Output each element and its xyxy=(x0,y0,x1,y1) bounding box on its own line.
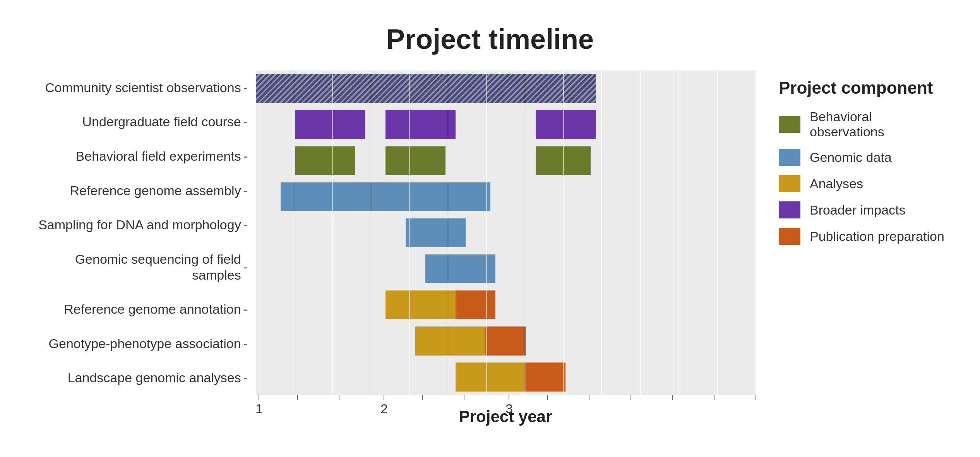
x-tick: 2 xyxy=(380,395,388,416)
bar-row xyxy=(255,251,756,287)
grid-line xyxy=(332,70,333,395)
bar-segment xyxy=(485,326,525,355)
grid-line xyxy=(563,70,564,395)
legend-swatch xyxy=(779,116,800,133)
y-label: Undergraduate field course xyxy=(31,114,248,130)
grid-line xyxy=(601,70,602,395)
x-tick-line xyxy=(422,395,423,400)
x-tick-line xyxy=(672,395,673,400)
chart-title: Project timeline xyxy=(386,23,594,55)
bars-wrapper xyxy=(255,70,756,395)
bar-segment xyxy=(281,182,491,211)
grid-line xyxy=(486,70,487,395)
legend-items: Behavioral observationsGenomic dataAnaly… xyxy=(779,109,949,254)
y-label: Behavioral field experiments xyxy=(31,148,248,164)
legend-item: Broader impacts xyxy=(779,201,949,218)
y-label: Genotype-phenotype association xyxy=(31,336,248,352)
x-tick xyxy=(589,395,589,400)
legend-label: Genomic data xyxy=(810,150,892,165)
legend-title: Project component xyxy=(779,78,949,98)
x-tick-line xyxy=(714,395,714,400)
x-tick-line xyxy=(756,395,756,400)
grid-line xyxy=(756,70,756,395)
x-tick xyxy=(422,395,423,400)
bar-segment xyxy=(385,110,456,139)
grid-background xyxy=(255,70,756,395)
bar-row xyxy=(255,179,756,215)
grid-line xyxy=(678,70,679,395)
legend-swatch xyxy=(779,149,800,166)
bar-segment xyxy=(536,110,596,139)
bar-segment xyxy=(385,146,445,175)
plot-area: 123 Project year xyxy=(255,70,756,426)
x-tick: 1 xyxy=(255,395,263,416)
chart-container: Project timeline Community scientist obs… xyxy=(0,0,980,457)
x-tick-line xyxy=(297,395,298,400)
bar-segment xyxy=(295,110,365,139)
legend-swatch xyxy=(779,201,800,218)
legend-label: Behavioral observations xyxy=(810,109,949,139)
grid-line xyxy=(717,70,718,395)
bar-segment xyxy=(456,290,495,319)
y-label: Landscape genomic analyses xyxy=(31,370,248,386)
legend-swatch xyxy=(779,228,800,245)
bar-segment xyxy=(415,326,485,355)
x-tick xyxy=(630,395,631,400)
grid-line xyxy=(371,70,371,395)
legend-item: Genomic data xyxy=(779,149,949,166)
grid-line xyxy=(294,70,294,395)
bar-row xyxy=(255,215,756,251)
y-label: Community scientist observations xyxy=(31,80,248,96)
x-ticks: 123 xyxy=(255,395,756,401)
bar-segment xyxy=(295,146,355,175)
x-axis: 123 Project year xyxy=(255,395,756,426)
bar-row xyxy=(255,107,756,143)
bar-segment xyxy=(526,363,565,391)
y-label: Sampling for DNA and morphology xyxy=(31,217,248,233)
x-tick-line xyxy=(384,395,384,400)
grid-line xyxy=(525,70,525,395)
bar-row xyxy=(255,287,756,323)
x-tick-line xyxy=(589,395,589,400)
chart-body: Community scientist observationsUndergra… xyxy=(31,70,949,426)
bar-segment xyxy=(406,218,466,247)
grid-line xyxy=(448,70,448,395)
x-tick xyxy=(464,395,464,400)
y-label: Reference genome annotation xyxy=(31,301,248,317)
legend-label: Broader impacts xyxy=(810,203,906,218)
legend-label: Analyses xyxy=(810,176,863,191)
bar-segment xyxy=(385,290,456,319)
bar-row xyxy=(255,359,756,395)
x-tick: 3 xyxy=(505,395,513,416)
x-tick-line xyxy=(464,395,464,400)
x-tick-line xyxy=(547,395,548,400)
bar-row xyxy=(255,143,756,179)
x-tick-label: 1 xyxy=(255,401,263,416)
x-tick-label: 3 xyxy=(505,401,513,416)
legend: Project component Behavioral observation… xyxy=(756,70,949,426)
grid-line xyxy=(640,70,641,395)
bar-segment xyxy=(255,74,596,103)
grid-line xyxy=(255,70,256,395)
bar-segment xyxy=(425,254,495,283)
legend-item: Behavioral observations xyxy=(779,109,949,139)
y-label: Reference genome assembly xyxy=(31,183,248,199)
x-tick-line xyxy=(509,395,509,400)
bar-row xyxy=(255,323,756,359)
bar-segment xyxy=(456,363,526,391)
y-label: Genomic sequencing of field samples xyxy=(31,251,248,283)
legend-label: Publication preparation xyxy=(810,229,944,244)
y-axis-labels: Community scientist observationsUndergra… xyxy=(31,70,255,426)
x-tick xyxy=(672,395,673,400)
legend-item: Analyses xyxy=(779,175,949,192)
x-tick xyxy=(756,395,756,400)
x-tick-line xyxy=(259,395,259,400)
x-tick-label: 2 xyxy=(380,401,388,416)
x-tick xyxy=(297,395,298,400)
x-tick xyxy=(714,395,714,400)
x-tick-line xyxy=(630,395,631,400)
x-tick xyxy=(547,395,548,400)
legend-item: Publication preparation xyxy=(779,228,949,245)
x-tick xyxy=(339,395,339,400)
bar-row xyxy=(255,70,756,107)
